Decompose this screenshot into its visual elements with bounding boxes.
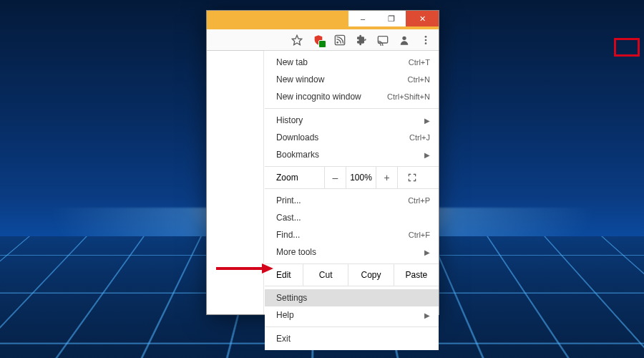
menu-item-print[interactable]: Print... Ctrl+P [265,192,439,209]
menu-item-settings[interactable]: Settings [265,289,439,306]
chevron-right-icon: ▶ [424,117,430,125]
menu-item-more-tools[interactable]: More tools ▶ [265,243,439,261]
chrome-menu: New tab Ctrl+T New window Ctrl+N New inc… [265,50,439,350]
minimize-button[interactable]: – [348,11,377,26]
menu-label: Print... [276,195,408,205]
maximize-button[interactable]: ❐ [377,11,406,26]
extensions-icon[interactable] [356,34,367,46]
menu-group-tools: Print... Ctrl+P Cast... Find... Ctrl+F M… [265,189,439,264]
svg-point-2 [336,42,338,44]
menu-group-edit: Edit Cut Copy Paste [265,264,439,286]
more-icon[interactable] [420,34,431,46]
menu-accel: Ctrl+J [409,133,430,142]
menu-label: Cast... [276,213,430,223]
menu-label: More tools [276,247,420,257]
menu-label: Downloads [276,132,409,142]
menu-group-settings: Settings Help ▶ [265,286,439,327]
close-button[interactable]: ✕ [406,11,439,26]
chevron-right-icon: ▶ [424,311,430,319]
content-area: New tab Ctrl+T New window Ctrl+N New inc… [207,51,439,314]
menu-label: Help [276,310,420,320]
toolbar [207,29,439,51]
svg-point-4 [402,36,406,39]
svg-point-6 [425,39,427,41]
cast-icon[interactable] [377,34,389,46]
menu-group-history: History ▶ Downloads Ctrl+J Bookmarks ▶ [265,109,439,167]
menu-item-history[interactable]: History ▶ [265,112,439,129]
chevron-right-icon: ▶ [424,248,430,256]
menu-item-new-window[interactable]: New window Ctrl+N [265,71,439,88]
zoom-row: Zoom – 100% + [265,167,439,188]
fullscreen-button[interactable] [398,167,426,188]
window-controls: – ❐ ✕ [348,11,439,26]
svg-point-5 [425,36,427,38]
menu-label: New incognito window [276,92,387,102]
paste-button[interactable]: Paste [394,264,439,286]
sidebar-strip [207,51,264,314]
svg-marker-0 [292,35,301,44]
zoom-label: Zoom [265,167,325,188]
menu-item-cast[interactable]: Cast... [265,209,439,226]
cut-button[interactable]: Cut [303,264,348,286]
zoom-value: 100% [346,167,376,188]
shield-icon[interactable] [313,34,324,46]
menu-label: Bookmarks [276,150,420,160]
copy-button[interactable]: Copy [348,264,394,286]
chevron-right-icon: ▶ [424,151,430,159]
menu-item-new-incognito[interactable]: New incognito window Ctrl+Shift+N [265,88,439,105]
menu-group-zoom: Zoom – 100% + [265,167,439,189]
menu-item-exit[interactable]: Exit [265,330,439,347]
menu-label: History [276,115,420,125]
edit-row: Edit Cut Copy Paste [265,264,439,286]
menu-accel: Ctrl+Shift+N [387,92,430,101]
menu-item-find[interactable]: Find... Ctrl+F [265,226,439,243]
zoom-in-button[interactable]: + [376,167,398,188]
menu-label: New tab [276,57,409,67]
edit-label: Edit [265,264,303,286]
star-icon[interactable] [291,34,303,46]
menu-label: Exit [276,334,430,344]
menu-item-new-tab[interactable]: New tab Ctrl+T [265,54,439,71]
menu-item-help[interactable]: Help ▶ [265,306,439,324]
menu-accel: Ctrl+T [409,58,430,67]
menu-label: Find... [276,230,409,240]
zoom-out-button[interactable]: – [325,167,346,188]
menu-group-exit: Exit [265,327,439,350]
svg-point-7 [425,42,427,44]
menu-label: New window [276,74,408,84]
rss-icon[interactable] [334,34,346,46]
menu-label: Settings [276,293,430,303]
menu-accel: Ctrl+F [409,231,430,239]
browser-window: – ❐ ✕ New tab [206,10,439,315]
menu-accel: Ctrl+P [408,196,430,205]
menu-item-bookmarks[interactable]: Bookmarks ▶ [265,146,439,163]
svg-rect-3 [378,36,387,42]
menu-item-downloads[interactable]: Downloads Ctrl+J [265,129,439,146]
profile-icon[interactable] [399,34,410,46]
title-bar: – ❐ ✕ [207,11,439,29]
menu-accel: Ctrl+N [408,75,430,84]
menu-group-tabs: New tab Ctrl+T New window Ctrl+N New inc… [265,51,439,109]
